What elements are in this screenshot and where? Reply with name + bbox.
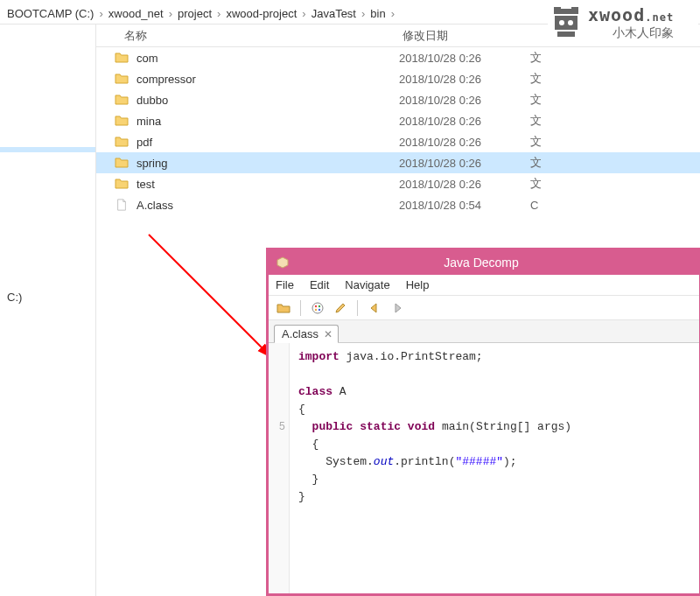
- toolbar[interactable]: [269, 296, 699, 320]
- chevron-right-icon: [386, 7, 400, 20]
- folder-icon: [114, 71, 130, 87]
- file-name: dubbo: [136, 94, 399, 107]
- file-name: test: [136, 178, 399, 191]
- file-name: A.class: [136, 199, 399, 212]
- decompiler-window[interactable]: Java Decomp FileEditNavigateHelp A.class…: [266, 248, 700, 596]
- svg-rect-0: [554, 7, 561, 14]
- folder-icon: [114, 155, 130, 171]
- file-row[interactable]: dubbo2018/10/28 0:26文: [96, 89, 700, 110]
- file-date: 2018/10/28 0:26: [399, 136, 530, 149]
- file-type: 文: [530, 50, 583, 66]
- tab-a-class[interactable]: A.class ✕: [274, 325, 339, 343]
- column-date[interactable]: 修改日期: [402, 28, 534, 44]
- file-name: pdf: [136, 136, 399, 149]
- file-row[interactable]: spring2018/10/28 0:26文: [96, 152, 700, 173]
- breadcrumb-item[interactable]: xwood-project: [226, 7, 297, 20]
- chevron-right-icon: [212, 7, 226, 20]
- forward-icon[interactable]: [388, 298, 407, 318]
- file-row[interactable]: pdf2018/10/28 0:26文: [96, 131, 700, 152]
- column-name[interactable]: 名称: [96, 28, 402, 44]
- tab-strip[interactable]: A.class ✕: [269, 320, 699, 343]
- folder-icon: [114, 92, 130, 108]
- palette-icon[interactable]: [308, 298, 327, 318]
- folder-icon: [114, 50, 130, 66]
- decompiler-app-icon: [274, 254, 291, 271]
- file-date: 2018/10/28 0:26: [399, 94, 530, 107]
- menu-file[interactable]: File: [276, 278, 294, 291]
- menu-bar[interactable]: FileEditNavigateHelp: [269, 275, 699, 296]
- tree-item[interactable]: [0, 147, 95, 152]
- decompiler-title: Java Decomp: [298, 256, 699, 270]
- code-content[interactable]: import java.io.PrintStream; class A { pu…: [290, 343, 699, 593]
- file-name: spring: [136, 157, 399, 170]
- breadcrumb-item[interactable]: bin: [370, 7, 385, 20]
- file-icon: [114, 197, 130, 213]
- folder-icon: [114, 176, 130, 192]
- toolbar-separator: [357, 300, 358, 316]
- file-type: 文: [530, 113, 583, 129]
- file-type: 文: [530, 71, 583, 87]
- svg-point-11: [318, 308, 320, 310]
- svg-rect-2: [561, 9, 571, 14]
- file-name: com: [136, 52, 399, 65]
- watermark-main: xwood.net: [588, 4, 674, 25]
- chevron-right-icon: [164, 7, 178, 20]
- breadcrumb-item[interactable]: JavaTest: [312, 7, 356, 20]
- chevron-right-icon: [356, 7, 370, 20]
- file-name: compressor: [136, 73, 399, 86]
- file-row[interactable]: test2018/10/28 0:26文: [96, 173, 700, 194]
- tab-label: A.class: [282, 327, 318, 340]
- svg-line-7: [149, 235, 271, 357]
- toolbar-separator: [300, 300, 301, 316]
- decompiler-title-bar[interactable]: Java Decomp: [269, 250, 699, 275]
- file-date: 2018/10/28 0:26: [399, 115, 530, 128]
- file-date: 2018/10/28 0:26: [399, 178, 530, 191]
- svg-rect-1: [571, 7, 578, 14]
- menu-help[interactable]: Help: [406, 278, 430, 291]
- file-row[interactable]: mina2018/10/28 0:26文: [96, 110, 700, 131]
- code-editor[interactable]: 5 import java.io.PrintStream; class A { …: [269, 343, 699, 593]
- file-date: 2018/10/28 0:54: [399, 199, 530, 212]
- back-icon[interactable]: [365, 298, 384, 318]
- open-icon[interactable]: [274, 298, 293, 318]
- svg-point-9: [315, 305, 317, 306]
- brush-icon[interactable]: [331, 298, 350, 318]
- breadcrumb-item[interactable]: xwood_net: [108, 7, 164, 20]
- chevron-right-icon: [94, 7, 108, 20]
- file-type: C: [530, 199, 583, 212]
- file-date: 2018/10/28 0:26: [399, 73, 530, 86]
- file-name: mina: [136, 115, 399, 128]
- svg-point-10: [318, 305, 320, 306]
- file-date: 2018/10/28 0:26: [399, 157, 530, 170]
- file-list[interactable]: 名称 修改日期 com2018/10/28 0:26文compressor201…: [96, 25, 700, 252]
- file-list-header[interactable]: 名称 修改日期: [96, 25, 700, 47]
- close-icon[interactable]: ✕: [324, 328, 332, 340]
- file-type: 文: [530, 134, 583, 150]
- file-type: 文: [530, 155, 583, 171]
- menu-edit[interactable]: Edit: [310, 278, 329, 291]
- svg-point-12: [315, 308, 317, 310]
- chevron-right-icon: [297, 7, 311, 20]
- folder-icon: [114, 134, 130, 150]
- file-date: 2018/10/28 0:26: [399, 52, 530, 65]
- file-row[interactable]: com2018/10/28 0:26文: [96, 47, 700, 68]
- folder-icon: [114, 113, 130, 129]
- menu-navigate[interactable]: Navigate: [345, 278, 389, 291]
- breadcrumb-item[interactable]: project: [178, 7, 212, 20]
- svg-point-8: [312, 303, 323, 313]
- file-row[interactable]: compressor2018/10/28 0:26文: [96, 68, 700, 89]
- line-gutter: 5: [269, 343, 290, 593]
- file-type: 文: [530, 176, 583, 192]
- tree-item-drive[interactable]: C:): [0, 288, 95, 306]
- breadcrumb-item[interactable]: BOOTCAMP (C:): [7, 7, 94, 20]
- file-type: 文: [530, 92, 583, 108]
- file-row[interactable]: A.class2018/10/28 0:54C: [96, 194, 700, 215]
- folder-tree[interactable]: C:): [0, 25, 96, 596]
